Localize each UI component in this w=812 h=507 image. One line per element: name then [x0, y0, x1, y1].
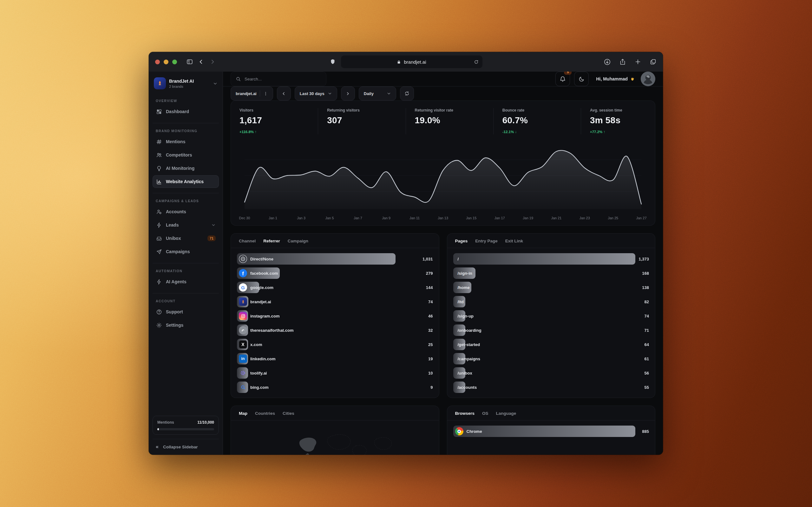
row-label: google.com [250, 285, 273, 290]
sidebar-item-accounts[interactable]: Accounts [153, 205, 219, 218]
page-row[interactable]: /onboarding 71 [453, 325, 649, 336]
page-row[interactable]: / 1,373 [453, 253, 649, 265]
globe-icon [239, 255, 247, 263]
sidebar-item-label: Leads [166, 222, 179, 228]
shield-icon[interactable] [329, 59, 336, 65]
referrer-row[interactable]: theresanaiforthat.com 32 [237, 325, 433, 336]
browsers-tabs: BrowsersOSLanguage [447, 406, 656, 420]
referrer-row[interactable]: brandjet.ai 74 [237, 296, 433, 307]
sidebar-item-mentions[interactable]: Mentions [153, 135, 219, 148]
sidebar-item-support[interactable]: Support [153, 305, 219, 318]
sidebar-item-label: Dashboard [166, 109, 189, 114]
sidebar-item-settings[interactable]: Settings [153, 319, 219, 331]
pages-panel: PagesEntry PageExit Link / 1,373 /sign-i… [447, 233, 656, 398]
granularity-selector[interactable]: Daily [359, 87, 396, 101]
tab-map[interactable]: Map [239, 411, 247, 416]
theme-toggle-button[interactable] [574, 72, 589, 86]
zoom-window-button[interactable] [172, 60, 177, 64]
sidebar-section-label: CAMPAIGNS & LEADS [153, 199, 219, 205]
row-value: 9 [430, 385, 433, 390]
toggle-sidebar-icon[interactable] [184, 56, 195, 67]
notifications-button[interactable]: 5 [555, 72, 570, 86]
tab-referrer[interactable]: Referrer [263, 239, 280, 243]
downloads-icon[interactable] [604, 58, 611, 66]
usage-progress-bar [157, 428, 214, 430]
tab-os[interactable]: OS [482, 411, 489, 416]
avatar[interactable] [641, 72, 655, 86]
page-row[interactable]: /sign-up 74 [453, 310, 649, 322]
row-label: instagram.com [250, 314, 280, 319]
sidebar-section: CAMPAIGNS & LEADSAccountsLeadsUnibox71Ca… [153, 193, 219, 258]
row-label: toolify.ai [250, 371, 267, 376]
sidebar-item-campaigns[interactable]: Campaigns [153, 245, 219, 258]
date-range-selector[interactable]: Last 30 days [295, 87, 337, 101]
page-row[interactable]: /get-started 64 [453, 339, 649, 350]
collapse-sidebar-button[interactable]: « Collapse Sidebar [153, 439, 219, 450]
sidebar-item-ai-monitoring[interactable]: AI Monitoring [153, 162, 219, 175]
page-row[interactable]: /sign-in 168 [453, 268, 649, 279]
next-period-button[interactable] [341, 87, 355, 101]
tab-overview-icon[interactable] [650, 58, 657, 65]
sidebar-item-unibox[interactable]: Unibox71 [153, 232, 219, 245]
sidebar-section-label: BRAND MONITORING [153, 128, 219, 135]
sidebar-item-website-analytics[interactable]: Website Analytics [153, 175, 219, 188]
referrer-row[interactable]: Direct/None 1,031 [237, 253, 433, 265]
geo-tabs: MapCountriesCities [231, 406, 439, 420]
sidebar-item-competitors[interactable]: Competitors [153, 149, 219, 161]
sidebar-item-label: Website Analytics [166, 179, 204, 184]
site-selector[interactable]: brandjet.ai [231, 87, 273, 101]
tab-language[interactable]: Language [496, 411, 516, 416]
tab-countries[interactable]: Countries [255, 411, 275, 416]
referrer-row[interactable]: instagram.com 46 [237, 310, 433, 322]
address-bar[interactable]: brandjet.ai [341, 55, 483, 68]
referrer-row[interactable]: ffacebook.com 279 [237, 268, 433, 279]
page-row[interactable]: /unibox 56 [453, 367, 649, 379]
referrer-row[interactable]: bing.com 9 [237, 382, 433, 393]
lock-icon [397, 60, 401, 64]
row-value: 74 [645, 314, 649, 319]
search-input[interactable] [245, 77, 314, 81]
forward-button[interactable] [207, 56, 218, 67]
page-row[interactable]: /ltd 82 [453, 296, 649, 307]
search-box[interactable] [231, 72, 326, 86]
sidebar-item-ai-agents[interactable]: AI Agents [153, 275, 219, 288]
page-row[interactable]: /campaigns 61 [453, 353, 649, 364]
page-row[interactable]: /accounts 55 [453, 382, 649, 393]
referrer-row[interactable]: Xx.com 25 [237, 339, 433, 350]
browser-row[interactable]: Chrome 885 [453, 426, 649, 437]
back-button[interactable] [195, 56, 207, 67]
search-icon [236, 76, 241, 82]
minimize-window-button[interactable] [164, 60, 168, 64]
referrer-row[interactable]: inlinkedin.com 19 [237, 353, 433, 364]
referrer-row[interactable]: toolify.ai 10 [237, 367, 433, 379]
toolify-icon [239, 369, 247, 377]
row-value: 74 [428, 299, 433, 304]
tab-pages[interactable]: Pages [455, 239, 468, 243]
moon-icon [578, 76, 585, 82]
new-tab-icon[interactable] [635, 58, 641, 65]
prev-period-button[interactable] [277, 87, 291, 101]
sidebar-section: OVERVIEWDashboard [153, 96, 219, 118]
reload-icon[interactable] [474, 60, 478, 64]
page-row[interactable]: /home 138 [453, 282, 649, 293]
tab-cities[interactable]: Cities [283, 411, 294, 416]
tab-campaign[interactable]: Campaign [288, 239, 308, 243]
sidebar-item-label: Settings [166, 323, 183, 328]
app-header: 5 Hi, Muhammad [223, 72, 663, 87]
kebab-menu-icon[interactable] [263, 91, 268, 96]
refresh-button[interactable] [400, 87, 414, 101]
tab-browsers[interactable]: Browsers [455, 411, 475, 416]
stat-value: 1,617 [240, 115, 318, 125]
tab-channel[interactable]: Channel [239, 239, 256, 243]
close-window-button[interactable] [155, 60, 160, 64]
sidebar-item-label: Accounts [166, 209, 186, 214]
collapse-label: Collapse Sidebar [163, 445, 198, 449]
tab-exit-link[interactable]: Exit Link [505, 239, 523, 243]
sidebar-item-dashboard[interactable]: Dashboard [153, 105, 219, 118]
share-icon[interactable] [619, 58, 626, 65]
referrer-row[interactable]: Ggoogle.com 144 [237, 282, 433, 293]
workspace-switcher[interactable]: BrandJet AI 2 brands [153, 76, 219, 93]
sidebar-item-leads[interactable]: Leads [153, 219, 219, 231]
row-label: /campaigns [458, 356, 480, 361]
tab-entry-page[interactable]: Entry Page [475, 239, 498, 243]
